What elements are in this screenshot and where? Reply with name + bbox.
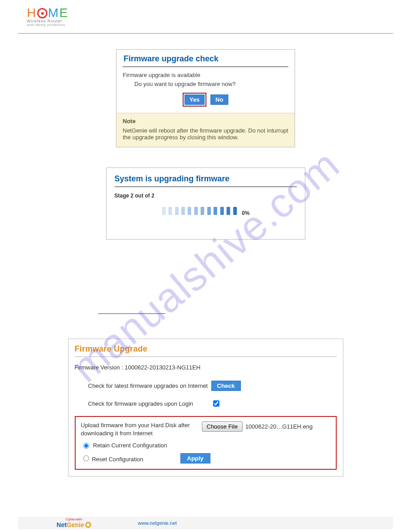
logo-wordmark: HME xyxy=(27,6,68,20)
progress-divider xyxy=(115,186,297,187)
yes-button[interactable]: Yes xyxy=(184,94,204,105)
dialog-message-2: Do you want to upgrade firmware now? xyxy=(123,81,288,87)
version-value: 1000622-20130213-NG11EH xyxy=(125,364,201,371)
check-button[interactable]: Check xyxy=(211,381,241,391)
logo-subtitle-2: with family protection xyxy=(27,23,68,27)
retain-config-radio[interactable] xyxy=(83,443,89,449)
logo: HME Wireless Router with family protecti… xyxy=(27,7,68,27)
note-label: Note xyxy=(123,118,288,124)
link-placeholder xyxy=(98,313,165,314)
retain-config-label: Retain Current Configuration xyxy=(93,442,167,449)
firmware-check-dialog: Firmware upgrade check Firmware upgrade … xyxy=(116,49,295,147)
footer-logo: Cyberoam NetGenie xyxy=(18,518,130,528)
no-button[interactable]: No xyxy=(210,94,228,105)
progress-title: System is upgrading firmware xyxy=(115,174,297,184)
check-on-login-checkbox[interactable] xyxy=(213,400,219,407)
genie-icon xyxy=(85,522,91,528)
upload-label: Upload firmware from your Hard Disk afte… xyxy=(81,421,202,437)
yes-button-highlight: Yes xyxy=(183,93,206,107)
version-label: Firmware Version : xyxy=(75,364,123,371)
reset-config-radio[interactable] xyxy=(83,455,89,461)
upload-section: Upload firmware from your Hard Disk afte… xyxy=(75,416,337,470)
reset-config-label: Reset Configuration xyxy=(92,456,143,463)
progress-bar xyxy=(162,207,237,217)
progress-stage: Stage 2 out of 2 xyxy=(115,193,297,199)
logo-o-icon xyxy=(37,8,47,18)
panel-title: Firmware Upgrade xyxy=(75,344,337,354)
footer-brand-small: Cyberoam xyxy=(18,518,130,521)
note-text: NetGenie will reboot after the firmware … xyxy=(123,127,288,141)
footer-url: www.netgenie.net xyxy=(130,520,177,526)
apply-button[interactable]: Apply xyxy=(180,453,210,463)
dialog-divider xyxy=(123,66,288,67)
note-box: Note NetGenie will reboot after the firm… xyxy=(116,113,295,147)
firmware-upgrade-panel: Firmware Upgrade Firmware Version : 1000… xyxy=(68,339,343,476)
firmware-version-row: Firmware Version : 1000622-20130213-NG11… xyxy=(75,364,337,371)
chosen-filename: 1000622-20…G11EH.eng xyxy=(245,423,313,430)
dialog-message-1: Firmware upgrade is available xyxy=(123,72,288,78)
panel-divider xyxy=(75,356,337,357)
header-divider xyxy=(18,33,393,34)
upgrade-progress-dialog: System is upgrading firmware Stage 2 out… xyxy=(106,167,305,240)
page-footer: Cyberoam NetGenie www.netgenie.net xyxy=(18,517,393,529)
check-internet-label: Check for latest firmware upgrades on In… xyxy=(75,382,211,389)
page-header: HME Wireless Router with family protecti… xyxy=(0,0,411,30)
choose-file-button[interactable]: Choose File xyxy=(202,421,243,432)
check-on-login-label: Check for firmware upgrades upon Login xyxy=(75,400,211,407)
dialog-title: Firmware upgrade check xyxy=(116,50,295,66)
progress-percent: 0% xyxy=(242,210,249,216)
